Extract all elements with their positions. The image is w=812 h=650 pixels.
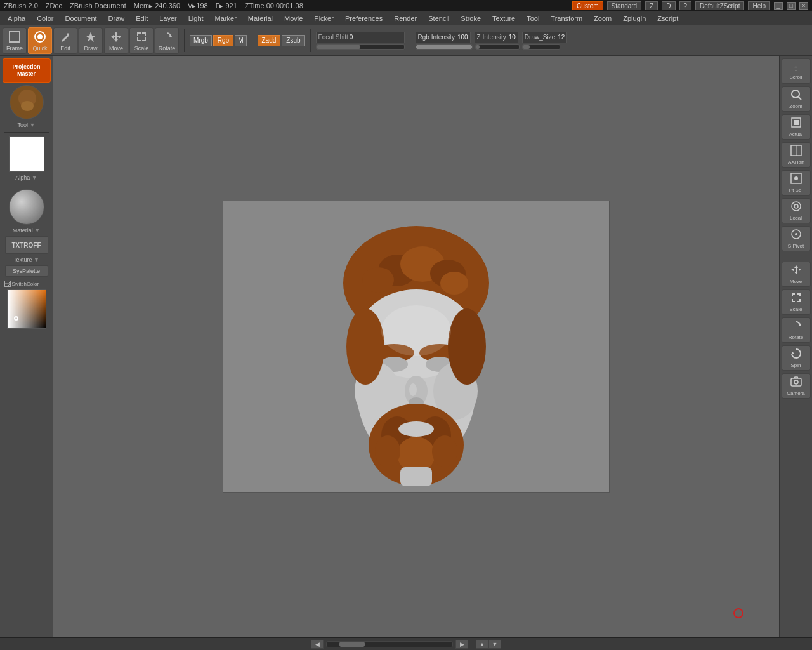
focal-shift-label: Focal Shift	[318, 34, 348, 41]
actual-icon	[790, 117, 802, 130]
edit-button[interactable]: Edit	[53, 27, 77, 54]
menu-material[interactable]: Material	[243, 13, 278, 23]
custom-button[interactable]: Custom	[572, 1, 603, 10]
close-button[interactable]: ×	[799, 2, 808, 10]
local-button[interactable]: Local	[782, 198, 811, 223]
draw-label: Draw	[84, 45, 97, 51]
right-sidebar: ↕ Scroll Zoom Actual AAHalf Pt Sel	[779, 56, 812, 637]
menu-stroke[interactable]: Stroke	[455, 13, 486, 23]
scroll-track-h[interactable]	[326, 641, 453, 647]
menu-preferences[interactable]: Preferences	[340, 13, 388, 23]
m-button[interactable]: M	[235, 35, 246, 46]
menu-draw[interactable]: Draw	[103, 13, 130, 23]
quick-button[interactable]: Quick	[28, 27, 52, 54]
help-button[interactable]: Help	[748, 1, 770, 10]
svg-marker-52	[792, 351, 794, 354]
menu-document[interactable]: Document	[60, 13, 102, 23]
txtr-off-button[interactable]: TXTR OFF	[5, 236, 48, 254]
menu-movie[interactable]: Movie	[279, 13, 308, 23]
mem-info: Mem▸ 240.360	[134, 2, 180, 10]
menu-layer[interactable]: Layer	[154, 13, 182, 23]
zsub-button[interactable]: Zsub	[282, 35, 304, 46]
rotate-button[interactable]: Rotate	[155, 27, 179, 54]
menu-zoom[interactable]: Zoom	[589, 13, 617, 23]
ptsel-button[interactable]: Pt Sel	[782, 170, 811, 196]
menu-marker[interactable]: Marker	[210, 13, 242, 23]
mrgb-button[interactable]: Mrgb	[190, 35, 212, 46]
question-button[interactable]: ?	[679, 1, 692, 10]
color-picker[interactable]	[7, 289, 46, 329]
tool-label[interactable]: Tool ▼	[18, 122, 36, 128]
zoom-button[interactable]: Zoom	[782, 86, 811, 112]
menu-light[interactable]: Light	[183, 13, 209, 23]
menu-bar: Alpha Color Document Draw Edit Layer Lig…	[0, 11, 812, 25]
draw-button[interactable]: Draw	[79, 27, 103, 54]
material-label[interactable]: Material ▼	[13, 227, 40, 234]
svg-point-30	[397, 437, 435, 472]
frame-button[interactable]: Frame	[3, 27, 27, 54]
scale-right-button[interactable]: Scale	[782, 289, 811, 315]
camera-button[interactable]: Camera	[782, 373, 811, 399]
switch-arrow-icon[interactable]	[4, 281, 11, 287]
z-intensity-slider[interactable]	[475, 44, 520, 50]
rgb-intensity-group: Rgb Intensity 100	[416, 32, 471, 43]
move-right-button[interactable]: Move	[782, 262, 811, 287]
scroll-left-btn[interactable]: ◀	[311, 640, 324, 649]
spin-button[interactable]: Spin	[782, 345, 811, 371]
menu-transform[interactable]: Transform	[546, 13, 587, 23]
standard-button[interactable]: Standard	[607, 1, 642, 10]
move-button[interactable]: Move	[104, 27, 128, 54]
menu-tool[interactable]: Tool	[521, 13, 544, 23]
svg-point-48	[794, 204, 798, 208]
alpha-thumbnail[interactable]	[9, 136, 44, 172]
ptsel-icon	[790, 173, 802, 186]
rotate-right-button[interactable]: Rotate	[782, 317, 811, 343]
menu-picker[interactable]: Picker	[309, 13, 339, 23]
aahalf-label: AAHalf	[788, 159, 804, 165]
texture-label[interactable]: Texture ▼	[13, 256, 39, 263]
menu-zplugin[interactable]: Zplugin	[618, 13, 651, 23]
move-label: Move	[109, 45, 123, 51]
syspalette-button[interactable]: SysPalette	[5, 265, 48, 277]
rgb-button[interactable]: Rgb	[213, 35, 233, 46]
minimize-button[interactable]: _	[774, 2, 783, 10]
defaultzscript-button[interactable]: DefaultZScript	[695, 1, 744, 10]
menu-color[interactable]: Color	[32, 13, 58, 23]
proj-master-label: ProjectionMaster	[12, 63, 40, 77]
maximize-button[interactable]: □	[787, 2, 796, 10]
scale-button[interactable]: Scale	[129, 27, 154, 54]
scale-label: Scale	[134, 45, 149, 51]
d-button[interactable]: D	[662, 1, 675, 10]
spivot-button[interactable]: S.Pivot	[782, 226, 811, 251]
actual-button[interactable]: Actual	[782, 114, 811, 140]
menu-edit[interactable]: Edit	[131, 13, 153, 23]
scroll-button[interactable]: ↕ Scroll	[782, 58, 811, 84]
z-intensity-group: Z Intensity 10	[475, 32, 518, 43]
alpha-label[interactable]: Alpha ▼	[15, 175, 37, 181]
menu-stencil[interactable]: Stencil	[423, 13, 454, 23]
scroll-up-btn[interactable]: ▲	[476, 640, 488, 649]
projection-master-button[interactable]: ProjectionMaster	[3, 58, 51, 83]
render-canvas	[223, 201, 610, 493]
menu-render[interactable]: Render	[389, 13, 422, 23]
svg-point-46	[794, 176, 798, 180]
material-thumbnail[interactable]	[9, 189, 44, 225]
aahalf-button[interactable]: AAHalf	[782, 142, 811, 168]
tool-thumbnail[interactable]	[10, 85, 44, 119]
brush-doc: ZBrush Document	[70, 2, 126, 10]
menu-texture[interactable]: Texture	[487, 13, 520, 23]
z-button[interactable]: Z	[645, 1, 658, 10]
v-info: V▸198	[188, 2, 208, 10]
rgb-intensity-slider[interactable]	[416, 44, 473, 50]
scroll-down-btn[interactable]: ▼	[488, 640, 501, 649]
menu-zscript[interactable]: Zscript	[652, 13, 683, 23]
scroll-right-btn[interactable]: ▶	[455, 640, 468, 649]
zadd-button[interactable]: Zadd	[258, 35, 281, 46]
draw-size-slider[interactable]	[522, 44, 560, 50]
rgb-intensity-value: 100	[457, 34, 468, 41]
focal-shift-input[interactable]	[350, 34, 381, 41]
focal-shift-slider[interactable]	[316, 44, 405, 50]
actual-label: Actual	[789, 131, 802, 137]
menu-alpha[interactable]: Alpha	[3, 13, 30, 23]
canvas-area[interactable]	[53, 56, 779, 637]
